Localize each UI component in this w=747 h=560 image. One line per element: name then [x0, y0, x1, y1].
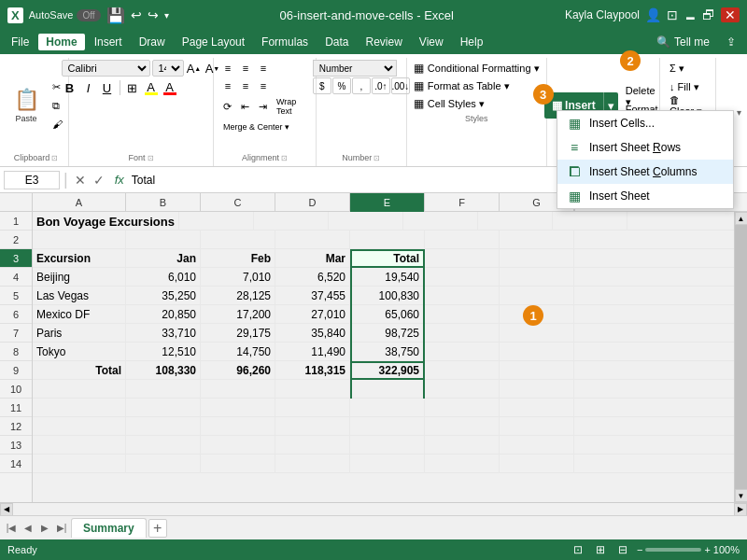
- cell-f5[interactable]: [425, 287, 500, 305]
- row-num-5[interactable]: 5: [0, 287, 32, 305]
- cell-e12[interactable]: [350, 417, 425, 436]
- menu-tell-me[interactable]: 🔍 Tell me: [649, 34, 717, 50]
- cell-a10[interactable]: [33, 380, 126, 399]
- cell-a13[interactable]: [33, 436, 126, 455]
- cell-c4[interactable]: 7,010: [201, 268, 275, 287]
- cell-b1[interactable]: [179, 212, 254, 231]
- menu-insert[interactable]: Insert: [87, 34, 130, 50]
- increase-decimal-button[interactable]: .0↑: [372, 77, 390, 94]
- cell-b6[interactable]: 20,850: [126, 305, 201, 324]
- close-btn[interactable]: ✕: [721, 7, 740, 22]
- cell-f11[interactable]: [425, 399, 500, 417]
- insert-cells-item[interactable]: ▦ Insert Cells...: [557, 111, 733, 135]
- name-box[interactable]: [4, 171, 60, 189]
- bold-button[interactable]: B: [62, 79, 78, 96]
- zoom-slider[interactable]: [645, 548, 701, 552]
- col-header-a[interactable]: A: [33, 193, 126, 212]
- cell-c9[interactable]: 96,260: [201, 361, 275, 380]
- cell-d9[interactable]: 118,315: [275, 361, 350, 380]
- comma-button[interactable]: ,: [352, 77, 371, 94]
- conditional-formatting-button[interactable]: ▦ Conditional Formatting ▾: [407, 60, 546, 77]
- scroll-thumb[interactable]: [735, 225, 747, 489]
- cell-g8[interactable]: [500, 343, 574, 361]
- cell-c8[interactable]: 14,750: [201, 343, 275, 361]
- cell-a11[interactable]: [33, 399, 126, 417]
- zoom-in-button[interactable]: +: [704, 544, 710, 555]
- cell-e3[interactable]: Total: [350, 249, 425, 268]
- cell-a6[interactable]: Mexico DF: [33, 305, 126, 324]
- undo-icon[interactable]: ↩: [131, 7, 142, 22]
- cell-c12[interactable]: [201, 417, 275, 436]
- quick-access-dropdown[interactable]: ▾: [164, 10, 169, 21]
- cell-c2[interactable]: [201, 231, 275, 249]
- page-break-view-button[interactable]: ⊟: [614, 541, 631, 558]
- align-middle-center-button[interactable]: ≡: [237, 77, 254, 94]
- cell-e7[interactable]: 98,725: [350, 324, 425, 343]
- menu-view[interactable]: View: [412, 34, 451, 50]
- cell-d3[interactable]: Mar: [275, 249, 350, 268]
- ribbon-display-btn[interactable]: ⊡: [667, 7, 678, 22]
- align-top-center-button[interactable]: ≡: [237, 60, 254, 77]
- alignment-expand[interactable]: ⊡: [281, 154, 288, 162]
- row-num-8[interactable]: 8: [0, 343, 32, 361]
- menu-help[interactable]: Help: [453, 34, 491, 50]
- cell-styles-button[interactable]: ▦ Cell Styles ▾: [407, 95, 546, 112]
- cell-f2[interactable]: [425, 231, 500, 249]
- cell-e10[interactable]: [350, 380, 425, 399]
- cell-e11[interactable]: [350, 399, 425, 417]
- cell-b9[interactable]: 108,330: [126, 361, 201, 380]
- page-layout-view-button[interactable]: ⊞: [592, 541, 609, 558]
- cell-c5[interactable]: 28,125: [201, 287, 275, 305]
- align-middle-left-button[interactable]: ≡: [219, 77, 236, 94]
- wrap-text-button[interactable]: Wrap Text: [273, 98, 310, 115]
- cell-d12[interactable]: [275, 417, 350, 436]
- cell-g1[interactable]: [553, 212, 627, 231]
- cell-g12[interactable]: [500, 417, 574, 436]
- cell-e9[interactable]: 322,905: [350, 361, 425, 380]
- sheet-tab-summary[interactable]: Summary: [71, 518, 147, 538]
- font-color-button[interactable]: A: [162, 79, 178, 96]
- cell-b13[interactable]: [126, 436, 201, 455]
- row-num-3[interactable]: 3: [0, 249, 32, 268]
- format-as-table-button[interactable]: ▦ Format as Table ▾: [407, 77, 546, 94]
- align-middle-right-button[interactable]: ≡: [255, 77, 272, 94]
- horizontal-scrollbar[interactable]: [13, 503, 734, 516]
- menu-review[interactable]: Review: [358, 34, 409, 50]
- cell-g7[interactable]: [500, 324, 574, 343]
- percent-button[interactable]: %: [332, 77, 351, 94]
- cell-g13[interactable]: [500, 436, 574, 455]
- cell-g10[interactable]: [500, 380, 574, 399]
- sheet-nav-last-button[interactable]: ▶|: [54, 521, 69, 536]
- sheet-nav-next-button[interactable]: ▶: [37, 521, 52, 536]
- cell-d10[interactable]: [275, 380, 350, 399]
- align-top-right-button[interactable]: ≡: [255, 60, 272, 77]
- cell-a9[interactable]: Total: [33, 361, 126, 380]
- cell-f14[interactable]: [425, 455, 500, 473]
- cell-c1[interactable]: [254, 212, 329, 231]
- indent-increase-button[interactable]: ⇥: [255, 98, 271, 115]
- cell-c10[interactable]: [201, 380, 275, 399]
- cell-b8[interactable]: 12,510: [126, 343, 201, 361]
- cell-d6[interactable]: 27,010: [275, 305, 350, 324]
- insert-sheet-columns-item[interactable]: ⧠ Insert Sheet Columns: [557, 160, 733, 184]
- cell-b11[interactable]: [126, 399, 201, 417]
- cell-c6[interactable]: 17,200: [201, 305, 275, 324]
- cell-a7[interactable]: Paris: [33, 324, 126, 343]
- cell-c13[interactable]: [201, 436, 275, 455]
- cell-e1[interactable]: [403, 212, 478, 231]
- fill-color-button[interactable]: A: [143, 79, 160, 96]
- redo-icon[interactable]: ↪: [148, 7, 159, 22]
- menu-formulas[interactable]: Formulas: [254, 34, 316, 50]
- cell-a12[interactable]: [33, 417, 126, 436]
- cell-b14[interactable]: [126, 455, 201, 473]
- cell-f13[interactable]: [425, 436, 500, 455]
- font-name-select[interactable]: Calibri: [62, 60, 150, 77]
- number-expand[interactable]: ⊡: [374, 154, 380, 162]
- menu-file[interactable]: File: [4, 34, 36, 50]
- cell-c14[interactable]: [201, 455, 275, 473]
- font-size-select[interactable]: 14: [152, 60, 184, 77]
- row-num-9[interactable]: 9: [0, 361, 32, 380]
- add-sheet-button[interactable]: +: [148, 519, 167, 538]
- row-num-14[interactable]: 14: [0, 455, 32, 473]
- cell-f9[interactable]: [425, 361, 500, 380]
